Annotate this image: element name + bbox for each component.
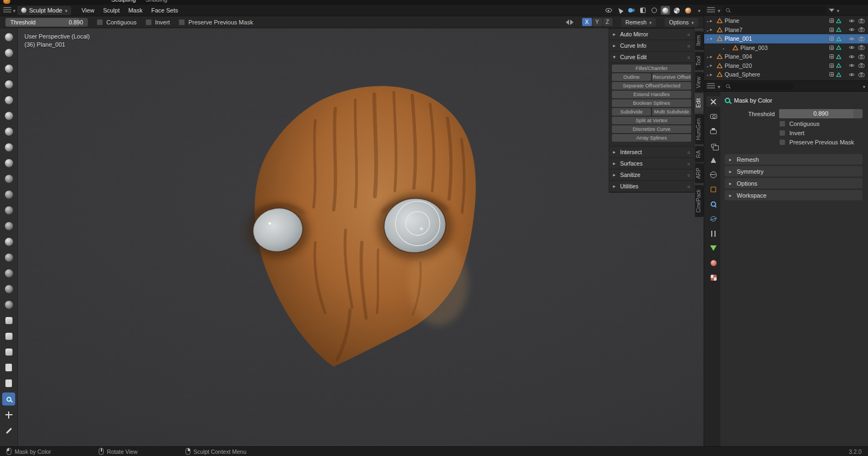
disclosure-arrow[interactable]: ▸: [710, 54, 715, 59]
disclosure-arrow[interactable]: ▸: [729, 157, 733, 162]
curve-edit-section-header[interactable]: ▾ Curve Edit: [609, 52, 694, 63]
tool-elastic-deform[interactable]: [2, 267, 15, 280]
tab-constraints[interactable]: [706, 228, 720, 239]
tab-physics[interactable]: [706, 213, 720, 224]
outliner-row[interactable]: ▸ Quad_Sphere: [704, 70, 868, 79]
threshold-slider[interactable]: 0.890: [779, 109, 863, 118]
eye-icon[interactable]: [848, 27, 855, 32]
shading-rendered-icon[interactable]: [684, 6, 693, 15]
curve-edit-button[interactable]: Discretize Curve: [612, 125, 691, 133]
tool-smooth[interactable]: [2, 172, 15, 185]
sidebar-section-header[interactable]: ▸ Curve Info: [609, 40, 694, 52]
object-name[interactable]: Plane_003: [741, 45, 768, 51]
panel-grip-icon[interactable]: [687, 183, 690, 189]
checkbox[interactable]: [779, 130, 786, 136]
sidebar-section-header[interactable]: ▸ Intersect: [609, 147, 694, 158]
eye-icon[interactable]: [848, 63, 855, 68]
blender-logo-icon[interactable]: [3, 0, 10, 4]
curve-edit-button[interactable]: Fillet/Chamfer: [612, 65, 691, 72]
filter-caret-icon[interactable]: [837, 7, 840, 14]
menu-item[interactable]: View: [77, 6, 99, 15]
sculpted-head-mesh[interactable]: [18, 28, 704, 446]
sidebar-tab[interactable]: CinePack: [695, 185, 704, 217]
menu-item[interactable]: Face Sets: [147, 6, 183, 15]
disclosure-arrow[interactable]: ▸: [613, 43, 617, 48]
threshold-slider[interactable]: Threshold 0.890: [5, 18, 88, 27]
disclosure-arrow[interactable]: ▸: [729, 193, 733, 198]
remesh-dropdown[interactable]: Remesh: [621, 18, 656, 27]
outliner-editor-caret-icon[interactable]: [718, 7, 720, 14]
tool-pinch[interactable]: [2, 235, 15, 248]
mirror-axis-toggle[interactable]: Z: [603, 18, 612, 26]
sidebar-tab[interactable]: Item: [695, 31, 704, 50]
panel-grip-icon[interactable]: [687, 149, 690, 155]
tool-draw-sharp[interactable]: [2, 46, 15, 59]
disclosure-arrow[interactable]: ▸: [710, 72, 715, 77]
tab-scene[interactable]: [706, 155, 720, 166]
shading-dropdown-caret-icon[interactable]: [698, 7, 700, 14]
properties-editor-icon[interactable]: [707, 83, 715, 90]
tool-layer[interactable]: [2, 109, 15, 122]
disclosure-arrow[interactable]: ▸: [729, 181, 733, 186]
tab-modifiers[interactable]: [706, 199, 720, 210]
panel-grip-icon[interactable]: [687, 160, 690, 167]
eye-icon[interactable]: [848, 45, 855, 50]
tool-fill[interactable]: [2, 204, 15, 217]
workspace-tab-shading[interactable]: Shading: [145, 0, 167, 3]
tool-mask-by-color[interactable]: [2, 392, 15, 406]
tab-tool[interactable]: [706, 96, 720, 107]
camera-icon[interactable]: [858, 54, 865, 59]
eye-icon[interactable]: [848, 18, 855, 23]
checkbox[interactable]: [178, 19, 185, 26]
properties-section-header[interactable]: ▸ Workspace: [725, 190, 863, 200]
panel-grip-icon[interactable]: [687, 54, 690, 60]
object-name[interactable]: Plane7: [725, 27, 743, 33]
workspace-tab-sculpting[interactable]: Sculpting: [111, 0, 136, 3]
properties-editor-caret-icon[interactable]: [718, 83, 720, 90]
camera-icon[interactable]: [858, 27, 865, 32]
tool-slide-relax[interactable]: [2, 361, 15, 374]
gizmo-icon[interactable]: [615, 6, 624, 15]
disclosure-arrow[interactable]: ▸: [729, 169, 733, 174]
curve-edit-button[interactable]: Split at Vertex: [612, 117, 691, 124]
tool-clay[interactable]: [2, 62, 15, 75]
panel-grip-icon[interactable]: [687, 42, 690, 49]
mirror-axis-toggle[interactable]: Y: [592, 18, 602, 26]
sidebar-section-header[interactable]: ▸ Sanitize: [609, 169, 694, 181]
outliner-row[interactable]: ▸ Plane7: [704, 26, 868, 35]
object-name[interactable]: Plane: [725, 17, 739, 24]
sidebar-tab[interactable]: View: [695, 72, 704, 93]
sidebar-tab[interactable]: RA: [695, 146, 704, 162]
properties-section-header[interactable]: ▸ Remesh: [725, 154, 863, 164]
mirror-axis-toggle[interactable]: X: [582, 18, 592, 26]
tab-material[interactable]: [706, 257, 720, 268]
editor-type-icon[interactable]: [3, 7, 11, 14]
outliner-row[interactable]: Plane_003: [704, 43, 868, 53]
properties-options-caret-icon[interactable]: [863, 83, 865, 90]
checkbox[interactable]: [779, 121, 786, 127]
curve-edit-button[interactable]: Separate Offset/Selected: [612, 82, 691, 90]
options-dropdown[interactable]: Options: [665, 18, 698, 27]
tab-object-data[interactable]: [706, 243, 720, 254]
panel-grip-icon[interactable]: [687, 172, 690, 178]
tool-mask[interactable]: [2, 377, 15, 390]
mode-dropdown[interactable]: Sculpt Mode: [17, 6, 72, 15]
disclosure-arrow[interactable]: ▸: [613, 183, 617, 189]
checkbox[interactable]: [145, 19, 152, 26]
curve-edit-button[interactable]: Array Splines: [612, 134, 691, 142]
disclosure-arrow[interactable]: ▾: [613, 54, 617, 60]
disclosure-arrow[interactable]: ▸: [613, 172, 617, 178]
tool-annotate[interactable]: [2, 424, 15, 437]
tool-move[interactable]: [2, 408, 15, 421]
object-name[interactable]: Plane_020: [725, 62, 752, 69]
curve-edit-button[interactable]: Extend Handles: [612, 91, 691, 98]
disclosure-arrow[interactable]: ▸: [613, 161, 617, 166]
sidebar-tab[interactable]: Edit: [695, 94, 704, 112]
tool-nudge[interactable]: [2, 330, 15, 343]
disclosure-arrow[interactable]: ▸: [613, 31, 617, 37]
menu-item[interactable]: Sculpt: [99, 6, 124, 15]
camera-icon[interactable]: [858, 72, 865, 77]
tool-clay-thumb[interactable]: [2, 93, 15, 106]
curve-edit-button[interactable]: Boolean Splines: [612, 99, 691, 107]
tool-snake-hook[interactable]: [2, 282, 15, 295]
